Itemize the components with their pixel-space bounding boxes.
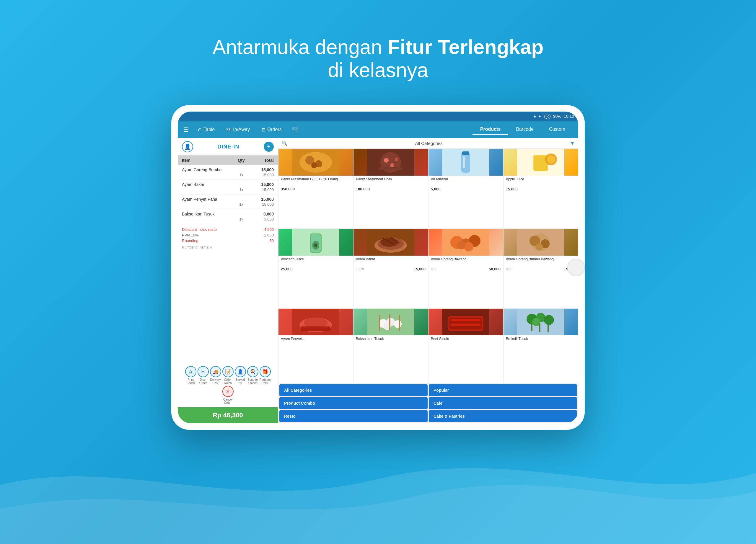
product-name: Paket Prasmanan GOLD - 20 Orang... [281, 177, 351, 186]
delivery-cost-button[interactable]: 🚚 DeliveryCost [210, 366, 221, 385]
svg-point-8 [390, 163, 394, 167]
category-resto[interactable]: Resto [279, 410, 428, 422]
category-cake-pastries[interactable]: Cake & Pastries [429, 410, 577, 422]
product-info: Beef Sirloin [428, 335, 503, 348]
all-categories-label: All Categories [291, 141, 567, 146]
product-card[interactable]: Paket Prasmanan GOLD - 20 Orang... 350,0… [278, 149, 353, 229]
svg-point-28 [380, 238, 398, 247]
product-card[interactable]: Bakso Ikan Tusuk [353, 308, 428, 383]
item-price: 3,000 [250, 217, 274, 222]
order-item[interactable]: Bakso Ikan Tusuk 3,000 1x 3,000 [178, 209, 278, 224]
tab-barcode[interactable]: Barcode [508, 124, 541, 135]
rounding-row: Rounding -50 [182, 238, 274, 244]
nav-table[interactable]: ⊙ Table [195, 125, 218, 134]
print-check-button[interactable]: 🖨 PrintCheck [185, 366, 196, 385]
product-card[interactable]: Avocado Juice 25,000 [278, 229, 353, 309]
disc-order-button[interactable]: ✂ Disc.Order [198, 366, 209, 385]
redeem-icon: 🎁 [260, 366, 271, 377]
main-content: 👤 DINE-IN + Item Qty Total Ayam Goreng B… [178, 138, 578, 423]
cancel-order-button[interactable]: ✕ CancelOrder [222, 386, 234, 404]
product-price-row: 5,000 [431, 187, 501, 191]
page-header: Antarmuka dengan Fitur Terlengkap di kel… [212, 35, 543, 82]
product-card[interactable]: Ayam Goreng Bumbu Bawang 882 15,000 [503, 229, 578, 309]
category-cafe[interactable]: Cafe [429, 397, 577, 409]
product-card[interactable]: Air Mineral 5,000 [428, 149, 503, 229]
item-total: 15,000 [250, 197, 274, 202]
served-icon: 👤 [235, 366, 246, 377]
rounding-label: Rounding [182, 239, 198, 243]
nav-orders[interactable]: ⊟ Orders [259, 125, 285, 134]
svg-rect-12 [461, 152, 470, 173]
tab-custom[interactable]: Custom [541, 124, 573, 135]
add-order-button[interactable]: + [264, 142, 274, 152]
discount-value: -4,500 [263, 227, 274, 232]
headline-light: Antarmuka dengan [212, 36, 388, 58]
send-kitchen-button[interactable]: 🍳 Send toKitchen [247, 366, 258, 385]
svg-point-36 [457, 241, 465, 250]
category-all[interactable]: All Categories [279, 384, 428, 396]
svg-point-19 [547, 155, 555, 164]
disc-icon: ✂ [198, 366, 209, 377]
rounding-value: -50 [268, 239, 274, 243]
total-button[interactable]: Rp 46,300 [178, 407, 278, 423]
order-item[interactable]: Ayam Penyet Paha 15,000 1x 15,000 [178, 195, 278, 209]
category-popular[interactable]: Popular [429, 384, 577, 396]
item-qty: 1x [232, 202, 250, 207]
svg-point-9 [395, 158, 398, 161]
header-total: Total [250, 158, 274, 163]
product-image [278, 309, 353, 335]
product-card[interactable]: Ayam Penyet... [278, 308, 353, 383]
order-item[interactable]: Ayam Goreng Bumbu 15,000 1x 15,000 [178, 165, 278, 180]
item-total: 15,000 [250, 167, 274, 172]
tab-products[interactable]: Products [473, 124, 508, 135]
svg-point-35 [464, 242, 473, 252]
notes-label: OrderNotes [224, 378, 232, 385]
tablet-home-button[interactable] [567, 259, 585, 276]
svg-rect-64 [539, 323, 540, 332]
product-card[interactable]: Beef Sirloin [428, 308, 503, 383]
category-section: All Categories Popular Product Combo Caf… [278, 383, 578, 423]
item-name: Ayam Bakar [182, 182, 232, 187]
product-count: 882 [506, 267, 511, 271]
cancel-icon: ✕ [222, 386, 234, 397]
nav-table-label: Table [203, 127, 215, 132]
redeem-point-button[interactable]: 🎁 RedeemPoint [260, 366, 271, 385]
order-panel: 👤 DINE-IN + Item Qty Total Ayam Goreng B… [178, 138, 278, 423]
product-name: Air Mineral [431, 177, 501, 186]
discount-label: Discount - disc resto [182, 227, 217, 232]
product-info: Bakso Ikan Tusuk [353, 335, 428, 348]
item-total: 3,000 [250, 212, 274, 216]
product-card[interactable]: Brokolii Tusuk [503, 308, 578, 383]
svg-point-41 [536, 243, 543, 250]
order-item[interactable]: Ayam Bakar 15,000 1x 15,000 [178, 180, 278, 195]
order-summary: Discount - disc resto -4,500 PPN 10% 2,8… [178, 224, 278, 253]
product-card[interactable]: Ayam Goreng Bawang 882 50,000 [428, 229, 503, 309]
ppn-row: PPN 10% 2,850 [182, 232, 274, 238]
kitchen-label: Send toKitchen [247, 378, 258, 385]
product-name: Ayam Goreng Bawang [431, 257, 501, 266]
product-price: 350,000 [281, 187, 295, 191]
items-count-label: Number of Items: 4 [182, 245, 212, 250]
order-notes-button[interactable]: 📝 OrderNotes [222, 366, 234, 385]
item-qty: 1x [232, 173, 250, 177]
item-total: 15,000 [250, 182, 274, 187]
product-card[interactable]: Apple Juice 15,000 [503, 149, 578, 229]
category-product-combo[interactable]: Product Combo [279, 397, 428, 409]
cancel-label: CancelOrder [223, 398, 232, 404]
svg-point-7 [384, 158, 389, 163]
product-card[interactable]: Paket Steamboat Enak 100,000 [353, 149, 428, 229]
bluetooth-icon: ✦ [538, 114, 542, 119]
user-icon[interactable]: 👤 [182, 141, 193, 152]
product-price-row: 100,000 [356, 187, 426, 191]
svg-rect-45 [301, 326, 330, 331]
product-image [504, 149, 578, 176]
hamburger-menu[interactable]: ☰ [183, 126, 189, 133]
search-icon: 🔍 [282, 141, 288, 146]
product-card[interactable]: Ayam Bakar 1,029 15,000 [353, 229, 428, 309]
nav-in-away[interactable]: 🍽 In/Away [224, 125, 253, 134]
item-price: 15,000 [250, 188, 274, 192]
filter-icon[interactable]: ▼ [570, 141, 575, 146]
product-image [428, 309, 503, 335]
header-qty: Qty [232, 158, 250, 163]
served-by-button[interactable]: 👤 ServedBy [235, 366, 246, 385]
